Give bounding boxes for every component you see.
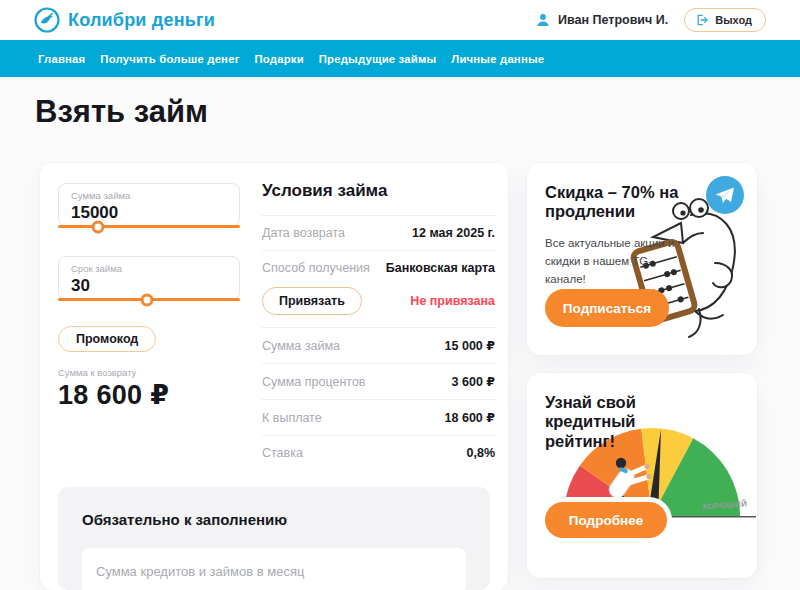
telegram-icon[interactable] (706, 176, 744, 214)
row-value: 12 мая 2025 г. (412, 226, 495, 240)
loan-amount-slider-thumb[interactable] (92, 220, 105, 233)
discount-text: Все актуальные акции и скидки в нашем TG… (545, 235, 675, 288)
loan-amount-slider[interactable] (58, 219, 240, 233)
discount-title: Скидка – 70% на продлении (545, 183, 707, 222)
subscribe-button[interactable]: Подписаться (545, 289, 669, 327)
loan-calculator-card: Сумма займа Срок займа Промокод Сумма к … (40, 163, 508, 590)
required-fields-title: Обязательно к заполнению (82, 511, 287, 528)
return-sum-label: Сумма к возврату (58, 367, 136, 378)
loan-term-label: Срок займа (71, 263, 227, 274)
user-name: Иван Петрович И. (558, 13, 668, 27)
condition-row-interest-sum: Сумма процентов 3 600 ₽ (262, 364, 495, 399)
condition-row-card-binding: Привязать Не привязана (262, 285, 495, 327)
loan-amount-group: Сумма займа (58, 183, 240, 233)
logo[interactable]: Колибри деньги (34, 7, 215, 33)
tg-discount-card: Скидка – 70% на продлении (527, 163, 757, 355)
condition-row-loan-sum: Сумма займа 15 000 ₽ (262, 328, 495, 363)
row-label: Способ получения (262, 261, 370, 275)
credit-rating-card: Узнай свой кредитный рейтинг! ХОРОШИЙ По… (527, 373, 757, 578)
nav-item-get-more-money[interactable]: Получить больше денег (100, 53, 239, 65)
top-header: Колибри деньги Иван Петрович И. Выход (0, 0, 800, 40)
logout-icon (695, 13, 709, 27)
details-button[interactable]: Подробнее (545, 502, 667, 538)
conditions-title: Условия займа (262, 181, 495, 201)
loan-term-group: Срок займа (58, 256, 240, 306)
row-label: Ставка (262, 446, 303, 460)
nav-item-personal-data[interactable]: Личные данные (451, 53, 544, 65)
required-fields-panel: Обязательно к заполнению (58, 487, 490, 590)
user-account[interactable]: Иван Петрович И. (535, 12, 668, 28)
logout-button[interactable]: Выход (684, 8, 766, 32)
row-value: 15 000 ₽ (445, 338, 495, 353)
row-label: Сумма процентов (262, 375, 365, 389)
loan-term-slider-thumb[interactable] (141, 293, 154, 306)
card-status-badge: Не привязана (410, 294, 495, 308)
rating-title: Узнай свой кредитный рейтинг! (545, 393, 670, 451)
row-value: 3 600 ₽ (452, 374, 495, 389)
return-sum-value: 18 600 ₽ (58, 379, 169, 411)
monthly-credits-input[interactable] (82, 548, 466, 590)
row-label: Дата возврата (262, 226, 345, 240)
nav-item-home[interactable]: Главная (38, 53, 85, 65)
row-value: Банковская карта (386, 261, 495, 275)
hummingbird-logo-icon (34, 7, 60, 33)
nav-item-gifts[interactable]: Подарки (255, 53, 304, 65)
condition-row-payout-method: Способ получения Банковская карта (262, 251, 495, 285)
logo-text: Колибри деньги (68, 10, 215, 31)
row-value: 0,8% (467, 446, 496, 460)
user-icon (535, 12, 551, 28)
condition-row-return-date: Дата возврата 12 мая 2025 г. (262, 216, 495, 250)
row-value: 18 600 ₽ (445, 410, 495, 425)
promo-code-button[interactable]: Промокод (58, 326, 156, 352)
row-label: К выплате (262, 411, 322, 425)
row-label: Сумма займа (262, 339, 340, 353)
bind-card-button[interactable]: Привязать (262, 287, 362, 315)
condition-row-total-payment: К выплате 18 600 ₽ (262, 400, 495, 435)
nav-item-previous-loans[interactable]: Предыдущие займы (319, 53, 437, 65)
logout-label: Выход (715, 14, 752, 26)
loan-amount-slider-track[interactable] (58, 225, 240, 228)
page-title: Взять займ (35, 94, 208, 130)
loan-amount-label: Сумма займа (71, 190, 227, 201)
loan-conditions: Условия займа Дата возврата 12 мая 2025 … (262, 181, 495, 470)
condition-row-rate: Ставка 0,8% (262, 436, 495, 470)
loan-term-slider[interactable] (58, 292, 240, 306)
page: Колибри деньги Иван Петрович И. Выход Гл… (0, 0, 800, 590)
main-nav: Главная Получить больше денег Подарки Пр… (0, 40, 800, 77)
